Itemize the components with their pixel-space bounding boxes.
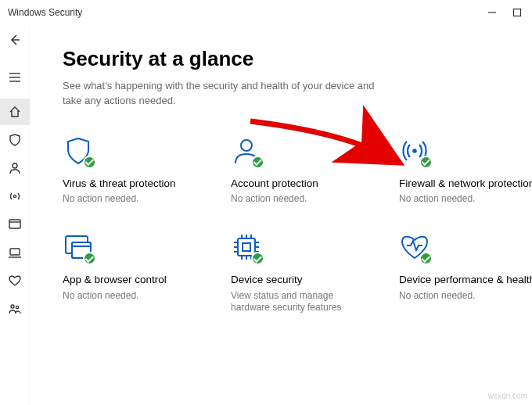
browser-icon (63, 231, 94, 263)
maximize-icon (512, 8, 522, 17)
home-icon (8, 105, 22, 119)
sidebar-item-family[interactable] (0, 296, 30, 322)
network-icon (8, 189, 22, 203)
tile-status: No action needed. (231, 193, 364, 206)
svg-point-12 (16, 306, 18, 308)
tile-status: View status and manage hardware security… (231, 290, 364, 314)
menu-button[interactable] (0, 64, 30, 91)
minimize-icon (487, 8, 497, 17)
shield-icon (8, 133, 22, 147)
tile-account-protection[interactable]: Account protection No action needed. (231, 135, 376, 206)
sidebar-item-device-security[interactable] (0, 239, 30, 266)
tile-title: Account protection (231, 177, 376, 190)
tile-firewall-network[interactable]: Firewall & network protection No action … (399, 135, 532, 206)
status-ok-badge (83, 156, 96, 169)
minimize-button[interactable] (487, 7, 498, 18)
tile-device-performance[interactable]: Device performance & health No action ne… (399, 231, 532, 314)
device-icon (8, 246, 22, 260)
status-ok-badge (251, 252, 264, 265)
status-ok-badge (419, 252, 433, 265)
back-button[interactable] (0, 27, 30, 53)
svg-point-13 (241, 140, 252, 151)
sidebar-item-virus[interactable] (0, 127, 30, 153)
sidebar-item-account[interactable] (0, 155, 30, 181)
family-icon (8, 302, 22, 316)
back-arrow-icon (8, 33, 22, 47)
tile-app-browser[interactable]: App & browser control No action needed. (63, 231, 207, 314)
svg-rect-20 (243, 243, 250, 251)
tile-virus-threat[interactable]: Virus & threat protection No action need… (63, 135, 207, 206)
sidebar-item-home[interactable] (0, 99, 30, 125)
svg-point-5 (13, 163, 17, 168)
svg-point-6 (13, 195, 16, 197)
tile-grid: Virus & threat protection No action need… (63, 135, 516, 314)
sidebar-item-performance[interactable] (0, 267, 30, 294)
tile-status: No action needed. (63, 290, 196, 303)
tile-status: No action needed. (63, 193, 196, 206)
svg-point-11 (11, 305, 14, 308)
page-subtitle: See what's happening with the security a… (63, 79, 391, 109)
main-content: Security at a glance See what's happenin… (30, 25, 532, 405)
tile-title: App & browser control (63, 274, 207, 286)
app-window: Windows Security (0, 0, 532, 405)
sidebar-item-app-browser[interactable] (0, 211, 30, 238)
titlebar: Windows Security (0, 0, 532, 25)
tile-title: Virus & threat protection (63, 177, 207, 190)
svg-rect-7 (9, 220, 20, 228)
browser-icon (8, 217, 22, 231)
status-ok-badge (419, 156, 433, 169)
person-icon (8, 161, 22, 175)
window-title: Windows Security (8, 7, 82, 18)
hamburger-icon (9, 72, 21, 83)
tile-title: Device security (231, 274, 376, 286)
heart-pulse-icon (399, 231, 430, 263)
page-title: Security at a glance (63, 47, 516, 71)
window-controls (487, 7, 529, 18)
sidebar (0, 25, 30, 405)
watermark: wsxdn.com (488, 392, 527, 400)
tile-title: Firewall & network protection (399, 177, 532, 190)
tile-device-security[interactable]: Device security View status and manage h… (231, 231, 376, 314)
person-icon (231, 135, 262, 167)
sidebar-item-firewall[interactable] (0, 183, 30, 210)
shield-icon (63, 135, 94, 167)
tile-status: No action needed. (399, 290, 532, 303)
body: Security at a glance See what's happenin… (0, 25, 532, 405)
chip-icon (231, 231, 262, 263)
tile-status: No action needed. (399, 193, 532, 206)
status-ok-badge (251, 156, 264, 169)
svg-rect-9 (10, 249, 20, 255)
tile-title: Device performance & health (399, 274, 532, 286)
heart-icon (8, 274, 22, 288)
status-ok-badge (83, 252, 96, 265)
svg-point-14 (412, 149, 417, 153)
network-icon (399, 135, 430, 167)
maximize-button[interactable] (512, 7, 523, 18)
svg-rect-1 (514, 9, 521, 16)
